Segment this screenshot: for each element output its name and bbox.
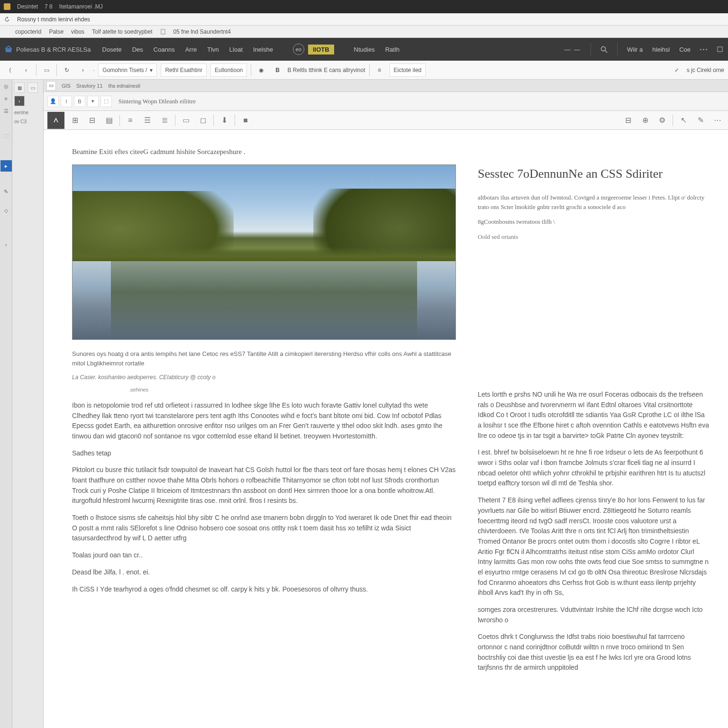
align-center-icon[interactable]: ☰ <box>141 114 154 127</box>
titlebar-nums: 7 8 <box>45 3 53 10</box>
article-heading: Sesstec 7oDennunNe an CSS Sdiriter <box>478 164 709 183</box>
forward-icon[interactable]: › <box>77 64 89 76</box>
nav-item[interactable]: Coanns <box>154 46 175 53</box>
indent-text: .sehines <box>72 386 456 394</box>
panel-btn-2[interactable]: ▭ <box>27 82 38 93</box>
zoom-out-icon[interactable]: ⊟ <box>621 114 635 127</box>
nav-right[interactable]: Wilr a <box>627 46 643 53</box>
icon-toolbar: ⊞ ⊟ ▤ ≡ ☰ ≣ ▭ ◻ ⬇ ■ ⊟ ⊕ ⚙ ↖ ✎ ⋯ <box>44 111 728 130</box>
body-paragraph: Ibon is netopolomie trod ref utd orfiete… <box>72 400 456 442</box>
align-right-icon[interactable]: ≣ <box>158 114 171 127</box>
tab[interactable]: GIS <box>62 83 71 89</box>
nav-item[interactable]: Ratlh <box>385 46 400 53</box>
tool-icon[interactable]: ◻ <box>196 114 209 127</box>
tool-icon[interactable]: ▭ <box>179 114 192 127</box>
nav-item[interactable]: Des <box>132 46 143 53</box>
svg-rect-1 <box>6 48 11 52</box>
side-panel: ▦ ▭ ‹ eenlne ov C3 <box>12 80 44 728</box>
tool-icon[interactable]: ⬇ <box>218 114 231 127</box>
nav-item[interactable]: Ntudies <box>354 46 375 53</box>
square-icon[interactable] <box>717 46 723 53</box>
more-icon[interactable] <box>700 49 707 50</box>
nav-item[interactable]: Inelshe <box>253 46 273 53</box>
reload-icon[interactable] <box>4 16 10 23</box>
body-paragraph: Toeth o lhstoce sisms sfe caheitsjs hlol… <box>72 513 456 544</box>
section-label: Sadhes tetap <box>72 448 456 459</box>
rail-target-icon[interactable]: ◎ <box>1 82 11 91</box>
body-paragraph: Lets lortth e prshs NO unili he Wa rre o… <box>478 390 709 441</box>
section-label: Deasd lbe Jilfa. l . enot. ei. <box>72 567 456 578</box>
nav-item[interactable]: Tlvn <box>207 46 219 53</box>
dtb-btn[interactable]: B <box>74 96 85 107</box>
fill-icon[interactable]: ■ <box>239 114 252 127</box>
tool-icon[interactable]: ⊟ <box>85 114 99 127</box>
menubar-item[interactable]: Rossny t mndm lenirvi ehdes <box>17 16 90 23</box>
document-canvas: Beamine Exiti eftes citeeG cadmunt hishi… <box>44 130 728 728</box>
article-intro: 8gCootnbosms iwreatoos tlilh \ <box>478 217 709 227</box>
size-dropdown[interactable]: Eullontioon <box>210 64 247 77</box>
doc-icon[interactable]: ▭ <box>40 64 53 76</box>
tab[interactable]: ths ednainesil <box>109 83 140 89</box>
rail-expand-icon[interactable]: › <box>1 240 11 249</box>
read-more-link[interactable]: Oold sed ortants <box>478 232 709 242</box>
brush-icon[interactable]: ✎ <box>694 114 707 127</box>
badge-label[interactable]: IIOTB <box>308 45 334 55</box>
sec-item[interactable]: vibos <box>71 28 84 35</box>
nav-item[interactable]: Dosete <box>102 46 122 53</box>
zoom-in-icon[interactable]: ⊕ <box>638 114 652 127</box>
sec-item[interactable]: Tolf atelte to soedrypbet <box>92 28 152 35</box>
panel-label-2: ov C3 <box>14 119 41 124</box>
refresh-icon[interactable]: ↻ <box>61 64 73 76</box>
back-icon[interactable]: ‹ <box>20 64 32 76</box>
dtb-btn[interactable]: ⬚ <box>100 96 112 107</box>
section-label: Toalas jourd oan tan cr.. <box>72 550 456 561</box>
main-appbar: Poliesas B & RCR AESLSa Dosete Des Coann… <box>0 38 728 61</box>
image-caption: Sunores oys hoatg d ora antis lempihs he… <box>72 349 456 368</box>
settings-icon[interactable]: ⚙ <box>655 114 669 127</box>
rail-menu-icon[interactable]: ≡ <box>1 94 11 103</box>
check-icon[interactable]: ✓ <box>671 64 683 76</box>
body-paragraph: Pktolort cu busre thic tutilacit fsdr to… <box>72 465 456 506</box>
home-icon[interactable] <box>5 46 12 53</box>
more-icon[interactable]: ⋯ <box>711 114 724 127</box>
app-name: Desintet <box>17 3 38 10</box>
rail-pointer-icon[interactable]: ▸ <box>0 160 12 172</box>
collapse-icon[interactable]: ⟨ <box>4 64 16 76</box>
nav-right[interactable]: hleihsl <box>652 46 670 53</box>
tool-icon[interactable]: ⊞ <box>68 114 82 127</box>
window-titlebar: Desintet 7 8 Iteitamanroei .MJ <box>0 0 728 13</box>
dtb-btn[interactable]: ▾ <box>87 96 99 107</box>
image-subcaption: La Caser. kosihanteo aedoperres. CEIabti… <box>72 373 456 382</box>
rail-shape-icon[interactable]: ◇ <box>1 206 11 215</box>
list-icon[interactable]: ≡ <box>373 64 386 76</box>
sec-item[interactable]: 05 fne lnd Saundertnt4 <box>173 28 231 35</box>
dtb-btn[interactable]: I <box>61 96 72 107</box>
body-paragraph: somges zora orcestrerures. Vduttvintatr … <box>478 605 709 625</box>
tab[interactable]: Sravlory 11 <box>76 83 103 89</box>
sec-item[interactable]: Patse <box>49 28 64 35</box>
rail-list-icon[interactable]: ☰ <box>1 106 11 116</box>
panel-chevron-icon[interactable]: ‹ <box>14 96 25 106</box>
pointer-icon[interactable]: ↖ <box>677 114 690 127</box>
rail-pen-icon[interactable]: ✎ <box>1 187 11 196</box>
style-dropdown[interactable]: Rethl Esathtinr <box>161 64 207 77</box>
nav-item[interactable]: Arre <box>185 46 197 53</box>
nav-right[interactable]: Coe <box>679 46 691 53</box>
globe-icon[interactable]: ◉ <box>255 64 267 76</box>
tool-icon[interactable]: ▤ <box>102 114 116 127</box>
tab-doc-icon[interactable]: ▭ <box>46 81 56 91</box>
font-dropdown[interactable]: Gomohnn Tisets /▾ <box>98 64 157 77</box>
sec-item[interactable]: copocterid <box>15 28 41 35</box>
doc-title: Sintering Wopn Dileanh eiliitre <box>118 98 196 105</box>
panel-btn-1[interactable]: ▦ <box>14 82 25 93</box>
dark-square-button[interactable] <box>47 112 64 129</box>
svg-line-3 <box>605 51 607 53</box>
align-left-icon[interactable]: ≡ <box>124 114 137 127</box>
rail-tool-icon[interactable]: ⬚ <box>1 131 11 140</box>
search-icon[interactable] <box>601 46 608 53</box>
bold-button[interactable]: B <box>271 64 283 76</box>
field-input[interactable]: Eictote iled <box>390 64 426 77</box>
user-icon[interactable]: 👤 <box>47 96 59 107</box>
nav-item[interactable]: Lloat <box>229 46 243 53</box>
document-toolbar: 👤 I B ▾ ⬚ Sintering Wopn Dileanh eiliitr… <box>44 92 728 111</box>
